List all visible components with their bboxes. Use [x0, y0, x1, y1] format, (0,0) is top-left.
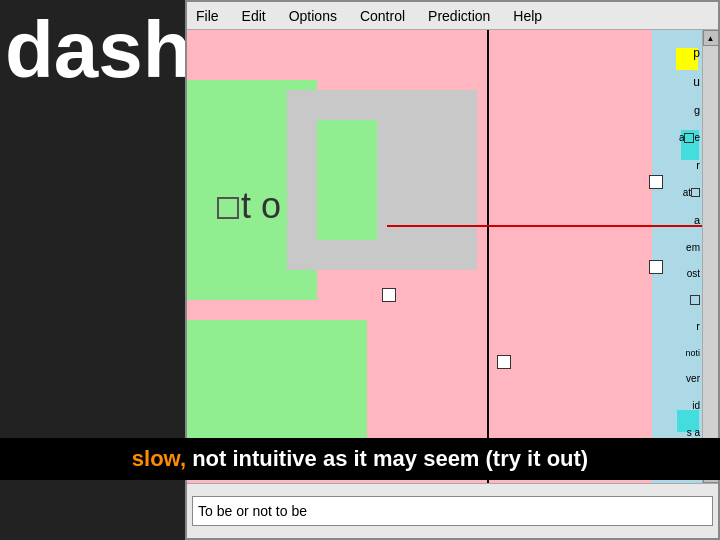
menu-bar: File Edit Options Control Prediction Hel… — [187, 2, 718, 30]
canvas-area: t o p u g a e r at a em ost r noti ver i… — [187, 30, 718, 483]
canvas-main-text: t o — [217, 185, 281, 227]
letter-r: r — [650, 158, 700, 173]
scroll-up-button[interactable]: ▲ — [703, 30, 719, 46]
typed-text: To be or not to be — [198, 503, 307, 519]
banner-highlight: slow, — [132, 446, 186, 471]
letter-noti: noti — [650, 347, 700, 360]
letter-g: g — [650, 103, 700, 118]
letter-r2: r — [650, 319, 700, 334]
text-input-display: To be or not to be — [192, 496, 713, 526]
letter-id: id — [650, 399, 700, 413]
letter-ver: ver — [650, 372, 700, 386]
canvas-text-box — [217, 197, 239, 219]
menu-edit[interactable]: Edit — [238, 6, 270, 26]
block-gray-center — [287, 90, 477, 270]
menu-help[interactable]: Help — [509, 6, 546, 26]
letter-a-noe: a e — [650, 131, 700, 145]
right-letters-panel: p u g a e r at a em ost r noti ver id s … — [650, 30, 700, 483]
crosshair-vertical — [487, 30, 489, 483]
block-pink-right — [477, 30, 662, 483]
block-green-lower — [187, 320, 367, 450]
status-bar: To be or not to be — [187, 483, 718, 538]
letter-p: p — [650, 45, 700, 61]
letter-box-2 — [497, 355, 511, 369]
letter-box-1 — [382, 288, 396, 302]
menu-prediction[interactable]: Prediction — [424, 6, 494, 26]
scrollbar-vertical: ▲ ▼ — [702, 30, 718, 483]
letter-at: at — [650, 186, 700, 200]
letter-u: u — [650, 74, 700, 90]
letter-box-sm — [650, 294, 700, 306]
letter-em: em — [650, 241, 700, 255]
letter-ost: ost — [650, 267, 700, 281]
menu-file[interactable]: File — [192, 6, 223, 26]
menu-control[interactable]: Control — [356, 6, 409, 26]
block-green-inner — [317, 120, 377, 240]
letter-a: a — [650, 213, 700, 228]
menu-options[interactable]: Options — [285, 6, 341, 26]
banner-rest: not intuitive as it may seem (try it out… — [192, 446, 588, 471]
bottom-banner: slow, not intuitive as it may seem (try … — [0, 438, 720, 480]
